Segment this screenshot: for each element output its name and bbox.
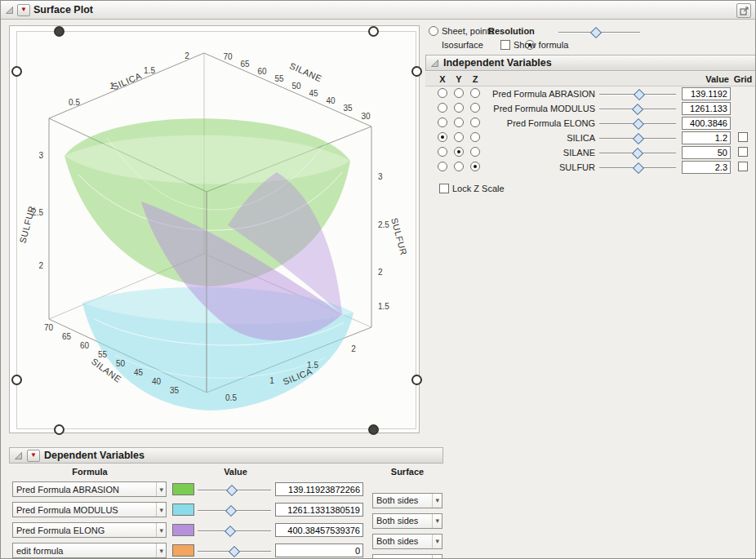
svg-text:2.5: 2.5	[378, 220, 389, 229]
rotate-handle[interactable]	[54, 26, 64, 37]
value-slider[interactable]	[198, 505, 271, 516]
col-header-grid: Grid	[732, 74, 754, 84]
x-radio[interactable]	[438, 132, 447, 142]
slider-thumb[interactable]	[225, 526, 236, 537]
red-triangle-menu-button[interactable]: ▼	[17, 4, 30, 16]
value-input[interactable]	[275, 503, 363, 517]
value-slider[interactable]	[198, 526, 271, 536]
x-radio[interactable]	[438, 88, 447, 98]
y-radio[interactable]	[454, 103, 464, 113]
slider-thumb[interactable]	[226, 485, 238, 496]
z-radio[interactable]	[470, 147, 480, 157]
value-input[interactable]	[275, 482, 363, 496]
dependent-variables-header: ▼ Dependent Variables	[9, 447, 443, 464]
chevron-down-icon: ▾	[156, 503, 166, 517]
surface-color-swatch[interactable]	[172, 483, 194, 495]
dock-icon[interactable]	[736, 3, 751, 18]
variable-label: Pred Formula ABRASION	[483, 89, 599, 99]
slider-thumb[interactable]	[632, 148, 643, 159]
value-slider[interactable]	[599, 133, 676, 144]
section-title: Dependent Variables	[44, 450, 145, 461]
value-slider[interactable]	[599, 104, 676, 114]
y-radio[interactable]	[454, 118, 464, 127]
resolution-slider[interactable]	[558, 27, 640, 38]
formula-select[interactable]: Pred Formula ABRASION ▾	[12, 481, 167, 497]
value-input[interactable]	[682, 146, 731, 159]
grid-checkbox[interactable]	[738, 147, 748, 157]
value-input[interactable]	[682, 117, 731, 130]
slider-thumb[interactable]	[633, 133, 644, 144]
rotate-handle[interactable]	[368, 26, 379, 37]
x-radio[interactable]	[438, 147, 447, 157]
y-radio[interactable]	[454, 88, 464, 98]
surface-color-swatch[interactable]	[172, 544, 194, 557]
sheet-points-label: Sheet, points	[442, 25, 494, 37]
value-input[interactable]	[682, 87, 731, 100]
y-radio[interactable]	[454, 162, 464, 171]
formula-select[interactable]: Pred Formula ELONG ▾	[12, 522, 167, 538]
x-radio[interactable]	[438, 162, 447, 171]
z-radio[interactable]	[470, 118, 480, 127]
surface-plot-3d[interactable]: 0.5 1 1.5 2 70 65 60 55 50 45 40 35 30 3	[17, 32, 417, 430]
slider-thumb[interactable]	[633, 118, 644, 130]
sulfur-axis-label-right: SULFUR	[389, 217, 409, 257]
disclosure-open-icon[interactable]	[430, 59, 439, 68]
surface-color-swatch[interactable]	[172, 504, 194, 516]
dependent-row: edit formula ▾ Off ▾	[1, 543, 756, 559]
grid-checkbox[interactable]	[738, 132, 748, 142]
value-input[interactable]	[682, 102, 731, 115]
value-slider[interactable]	[599, 89, 676, 100]
x-radio[interactable]	[438, 103, 447, 113]
independent-variables-table: X Y Z Value Grid Pred Formula ABRASION P…	[425, 72, 756, 175]
disclosure-open-icon[interactable]	[5, 6, 14, 15]
svg-text:60: 60	[80, 341, 90, 350]
slider-thumb[interactable]	[634, 89, 645, 100]
z-radio[interactable]	[470, 162, 480, 171]
col-header-formula: Formula	[12, 467, 167, 477]
rotate-handle[interactable]	[11, 375, 22, 385]
z-radio[interactable]	[470, 103, 480, 113]
independent-variables-header: Independent Variables	[425, 55, 756, 71]
value-input[interactable]	[275, 523, 363, 537]
value-slider[interactable]	[198, 546, 271, 557]
z-radio[interactable]	[470, 132, 480, 142]
z-radio[interactable]	[470, 88, 480, 98]
rotate-handle[interactable]	[54, 424, 64, 435]
y-radio[interactable]	[454, 132, 464, 142]
value-input[interactable]	[682, 131, 731, 144]
disclosure-open-icon[interactable]	[14, 451, 23, 460]
value-slider[interactable]	[599, 118, 676, 129]
formula-select[interactable]: Pred Formula MODULUS ▾	[12, 502, 167, 517]
resolution-slider-thumb[interactable]	[590, 27, 602, 38]
slider-thumb[interactable]	[225, 505, 236, 517]
y-radio[interactable]	[454, 147, 464, 157]
slider-thumb[interactable]	[633, 162, 644, 174]
value-input[interactable]	[682, 161, 731, 174]
value-slider[interactable]	[198, 485, 271, 495]
show-formula-checkbox[interactable]	[500, 40, 510, 50]
value-input[interactable]	[275, 543, 363, 557]
svg-text:30: 30	[361, 112, 371, 121]
rotate-handle[interactable]	[11, 66, 22, 77]
slider-thumb[interactable]	[632, 104, 643, 115]
surface-select[interactable]: Off ▾	[372, 554, 442, 559]
surface-color-swatch[interactable]	[172, 524, 194, 536]
grid-checkbox[interactable]	[738, 162, 748, 171]
dependent-row: Pred Formula MODULUS ▾ Both sides ▾	[1, 502, 756, 518]
formula-select[interactable]: edit formula ▾	[12, 543, 167, 558]
rotate-handle[interactable]	[411, 66, 422, 77]
plot-canvas[interactable]: 0.5 1 1.5 2 70 65 60 55 50 45 40 35 30 3	[16, 31, 416, 429]
lock-z-scale-checkbox[interactable]	[439, 184, 449, 193]
col-header-y: Y	[451, 74, 467, 84]
x-radio[interactable]	[438, 118, 447, 127]
red-triangle-menu-button[interactable]: ▼	[27, 450, 40, 462]
rotate-handle[interactable]	[368, 424, 379, 435]
rotate-handle[interactable]	[411, 375, 422, 385]
svg-text:50: 50	[116, 359, 126, 368]
value-slider[interactable]	[599, 162, 676, 173]
formula-select-value: Pred Formula ABRASION	[16, 485, 119, 495]
sheet-points-radio[interactable]	[429, 26, 438, 36]
slider-thumb[interactable]	[229, 546, 240, 557]
svg-text:3: 3	[38, 151, 43, 160]
value-slider[interactable]	[599, 148, 676, 158]
